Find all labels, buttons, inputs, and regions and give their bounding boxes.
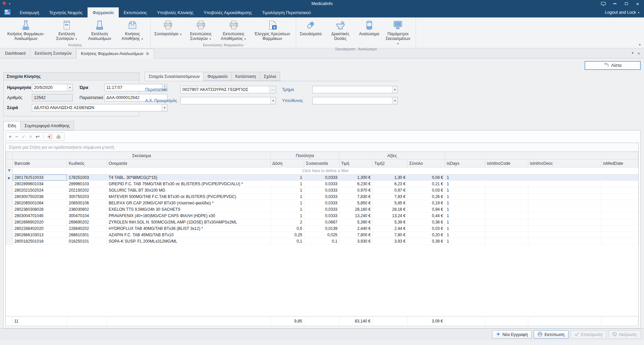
grid-cell[interactable]: 1 xyxy=(445,194,485,200)
grid-row[interactable]: 2802666103013266610301AZAPIN F.C. TAB 45… xyxy=(6,232,638,238)
chevron-down-icon[interactable]: ▼ xyxy=(67,84,72,91)
grid-cell[interactable]: 1 xyxy=(445,238,485,245)
grid-cell[interactable]: 2800182501016 xyxy=(13,238,67,245)
grid-cell[interactable]: 1 xyxy=(445,232,485,238)
ellipsis-button[interactable]: … xyxy=(269,86,276,93)
grid-cell[interactable]: 2 xyxy=(271,219,304,226)
grid-cell[interactable]: 1,30 € xyxy=(373,175,408,181)
grid-cell[interactable] xyxy=(485,213,528,219)
grid-cell[interactable]: 2,44 € xyxy=(373,226,408,232)
grid-cell[interactable]: 7,80 € xyxy=(373,232,408,238)
column-header-Δόση[interactable]: Δόση xyxy=(271,159,304,167)
tab-sxolia[interactable]: Σχόλια xyxy=(260,72,280,81)
document-tab-dashboard[interactable]: Dashboard xyxy=(1,48,30,58)
app-menu-button[interactable] xyxy=(0,7,15,17)
grid-cell[interactable]: 0,0667 xyxy=(304,219,339,226)
grid-cell[interactable]: 13,240 € xyxy=(339,213,373,219)
grid-cell[interactable] xyxy=(485,194,528,200)
tab-katastasi[interactable]: Κατάσταση xyxy=(231,72,260,81)
ribbon-tab-ektyposeis[interactable]: Εκτυπώσεις xyxy=(119,7,152,17)
grid-cell[interactable]: SOPA-K SUSP. FL 200MLx312MG/ML xyxy=(107,238,271,245)
grid-cell[interactable]: 28,160 € xyxy=(339,206,373,213)
grid-cell[interactable]: 1 xyxy=(445,181,485,187)
grid-cell[interactable] xyxy=(485,232,528,238)
grid-cell[interactable] xyxy=(601,200,638,206)
grid-cell[interactable] xyxy=(485,187,528,194)
grid-cell[interactable]: SOLURIC TABL BT 30x100 MG xyxy=(107,187,271,194)
grid-cell[interactable]: 178251003 xyxy=(67,175,107,181)
grid-cell[interactable]: 2,440 € xyxy=(339,226,373,232)
delete-row-icon[interactable]: − xyxy=(15,134,18,139)
ribbon-tab-timologisi[interactable]: Τιμολόγηση Περιστατικού xyxy=(257,7,316,17)
grid-cell[interactable] xyxy=(485,181,528,187)
grid-cell[interactable]: 2802065001064 xyxy=(13,200,67,206)
display-icon[interactable] xyxy=(601,1,606,6)
grid-cell[interactable]: 2803007502038 xyxy=(13,194,67,200)
grid-cell[interactable]: 1 xyxy=(445,213,485,219)
column-header-Συσκευασία[interactable]: Συσκευασία xyxy=(304,159,339,167)
filter-row-text[interactable]: Click here to define a filter xyxy=(13,167,638,175)
grid-cell[interactable]: 300470104 xyxy=(67,213,107,219)
grid-cell[interactable]: 1 xyxy=(445,226,485,232)
grid-cell[interactable] xyxy=(528,232,601,238)
grid-cell[interactable]: 1 xyxy=(271,213,304,219)
grid-cell[interactable]: 1 xyxy=(271,187,304,194)
grid-cell[interactable]: 0,0333 xyxy=(304,181,339,187)
grid-cell[interactable] xyxy=(485,219,528,226)
grid-cell[interactable]: 1 xyxy=(445,219,485,226)
ribbon-tab-ypovoles-klinikis[interactable]: Υποβολές Κλινικής xyxy=(152,7,199,17)
maximize-button[interactable] xyxy=(624,1,629,6)
grid-cell[interactable] xyxy=(601,213,638,219)
ribbon-button-analosima[interactable]: Αναλώσιμα xyxy=(357,18,382,37)
document-tab-kiniseis-farmakon[interactable]: Κινήσεις Φαρμάκων-Αναλωσίμων ⊗ xyxy=(76,49,154,58)
column-header-Barcode[interactable]: Barcode xyxy=(13,159,67,167)
grid-cell[interactable]: 1 xyxy=(445,206,485,213)
validate-button[interactable]: Επικύρωση xyxy=(571,330,606,339)
grid-row[interactable]: ▶2801782510033178251003T4 TABL. 30*88MCG… xyxy=(6,175,638,181)
grid-cell[interactable]: 5,850 € xyxy=(339,200,373,206)
chevron-down-icon[interactable]: ▼ xyxy=(270,97,276,104)
grid-cell[interactable] xyxy=(528,226,601,232)
chevron-down-icon[interactable]: ▼ xyxy=(392,97,397,104)
grid-cell[interactable]: 1 xyxy=(445,175,485,181)
grid-cell[interactable]: 0,1 xyxy=(304,238,339,245)
grid-row[interactable]: 2802065001064206500106BELIFAX GR.CAP 20M… xyxy=(6,200,638,206)
case-field[interactable]: … xyxy=(180,86,276,93)
grid-cell[interactable]: BELIFAX GR.CAP 20MG/CAP BTx30 (πλαστικό … xyxy=(107,200,271,206)
ribbon-tab-texnitos-nefros[interactable]: Τεχνητός Νεφρός xyxy=(44,7,88,17)
group-by-panel[interactable]: Σύρετε μια Στήλη για να ομαδοποιήσετε σύ… xyxy=(6,143,638,152)
grid-cell[interactable]: 0,21 € xyxy=(408,181,445,187)
grid-cell[interactable] xyxy=(601,187,638,194)
grid-cell[interactable]: 0,025 xyxy=(304,232,339,238)
grid-cell[interactable]: 1 xyxy=(271,181,304,187)
grid-band[interactable]: Σκεύασμα xyxy=(13,152,271,159)
column-header-Κωδικός[interactable]: Κωδικός xyxy=(67,159,107,167)
undo-icon[interactable]: ↩ xyxy=(36,134,40,139)
grid-cell[interactable] xyxy=(601,232,638,238)
grid-cell[interactable]: 1,300 € xyxy=(339,175,373,181)
tab-farmakeio[interactable]: Φαρμακείο xyxy=(203,72,231,81)
ribbon-button-ektyposeis-apothematos[interactable]: Εκτυπώσεις Αποθέματος ▼ xyxy=(217,18,250,42)
grid-cell[interactable]: 3,930 € xyxy=(339,238,373,245)
grid-cell[interactable]: 0,03 € xyxy=(408,226,445,232)
grid-cell[interactable]: 0,04 € xyxy=(408,175,445,181)
export-icon[interactable] xyxy=(56,134,61,139)
grid-cell[interactable] xyxy=(528,213,601,219)
grid-cell[interactable]: 0,36 € xyxy=(408,219,445,226)
grid-cell[interactable] xyxy=(528,219,601,226)
grid-cell[interactable]: 0,25 xyxy=(271,232,304,238)
grid-row[interactable]: 2802021502024202150202SOLURIC TABL BT 30… xyxy=(6,187,638,194)
grid-cell[interactable]: 0,0333 xyxy=(304,187,339,194)
grid-row[interactable]: 2802360308028236030802EXELON TTS 9,5MG/2… xyxy=(6,206,638,213)
grid-filter-row[interactable]: Click here to define a filter xyxy=(6,167,638,175)
destination-combobox[interactable]: ▼ xyxy=(180,97,276,104)
print-button[interactable]: Εκτύπωση xyxy=(534,330,568,339)
grid-cell[interactable]: 7,800 € xyxy=(339,232,373,238)
import-icon[interactable] xyxy=(47,134,52,139)
ribbon-button-elegxos-xreoseon[interactable]: $ Έλεγχος Χρεώσεων Φαρμάκων xyxy=(250,18,294,42)
column-header-Σύνολο[interactable]: Σύνολο xyxy=(408,159,445,167)
grid-cell[interactable]: 269690202 xyxy=(67,219,107,226)
department-combobox[interactable]: ▼ xyxy=(312,86,398,93)
grid-cell[interactable]: 1 xyxy=(271,175,304,181)
ribbon-collapse-icon[interactable]: ▴ xyxy=(639,42,641,46)
